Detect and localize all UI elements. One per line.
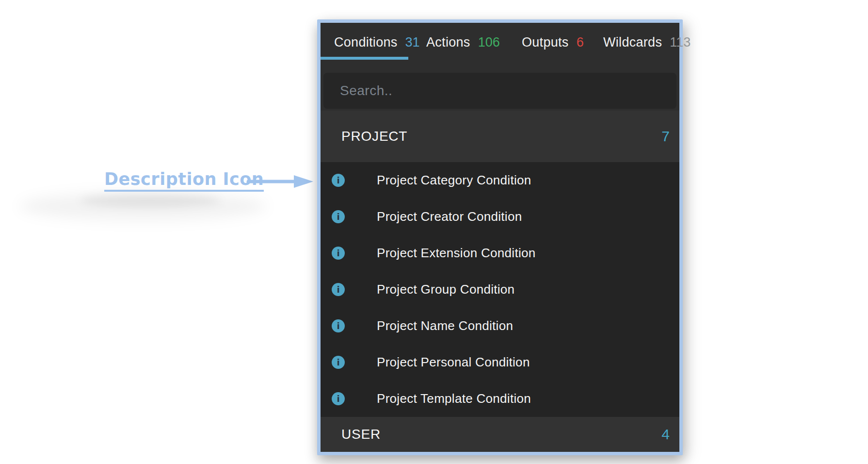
conditions-list: i Project Category Condition i Project C… — [321, 162, 679, 417]
group-count: 7 — [661, 128, 670, 145]
annotation-description-icon-label: Description Icon — [104, 170, 264, 192]
search-input[interactable] — [323, 73, 676, 109]
item-label: Project Personal Condition — [377, 355, 530, 370]
tab-wildcards[interactable]: Wildcards 113 — [603, 23, 691, 62]
rule-builder-panel: Conditions 31 Actions 106 Outputs 6 Wild… — [317, 19, 683, 455]
list-item-project-category-condition[interactable]: i Project Category Condition — [321, 162, 679, 199]
tab-conditions-label: Conditions — [334, 35, 398, 50]
item-label: Project Name Condition — [377, 318, 513, 333]
group-count: 4 — [661, 426, 670, 443]
screenshot-canvas: Description Icon Conditions 31 Actions 1… — [0, 0, 868, 464]
item-label: Project Template Condition — [377, 391, 531, 406]
info-icon[interactable]: i — [332, 247, 345, 260]
tab-bar: Conditions 31 Actions 106 Outputs 6 Wild… — [321, 23, 679, 62]
info-icon[interactable]: i — [332, 319, 345, 332]
right-arrow-icon — [246, 174, 314, 189]
group-name: USER — [341, 427, 381, 442]
item-label: Project Extension Condition — [377, 246, 536, 261]
list-item-project-extension-condition[interactable]: i Project Extension Condition — [321, 235, 679, 271]
tab-actions-label: Actions — [426, 35, 470, 50]
list-item-project-template-condition[interactable]: i Project Template Condition — [321, 381, 679, 417]
tab-wildcards-label: Wildcards — [603, 35, 662, 50]
info-icon[interactable]: i — [332, 174, 345, 187]
tab-conditions-count: 31 — [405, 35, 420, 50]
group-name: PROJECT — [341, 129, 407, 144]
search-section — [321, 62, 679, 111]
tab-actions[interactable]: Actions 106 — [426, 23, 500, 62]
item-label: Project Category Condition — [377, 173, 531, 188]
tab-outputs-label: Outputs — [522, 35, 569, 50]
group-header-user[interactable]: USER 4 — [321, 417, 679, 452]
info-icon[interactable]: i — [332, 283, 345, 296]
tab-outputs-count: 6 — [577, 35, 584, 50]
list-item-project-personal-condition[interactable]: i Project Personal Condition — [321, 344, 679, 381]
active-tab-indicator — [321, 57, 408, 60]
list-item-project-creator-condition[interactable]: i Project Creator Condition — [321, 199, 679, 235]
group-header-project[interactable]: PROJECT 7 — [321, 111, 679, 162]
info-icon[interactable]: i — [332, 356, 345, 369]
info-icon[interactable]: i — [332, 210, 345, 223]
item-label: Project Group Condition — [377, 282, 514, 297]
annotation-shadow-core — [80, 194, 221, 207]
tab-wildcards-count: 113 — [670, 35, 691, 50]
list-item-project-name-condition[interactable]: i Project Name Condition — [321, 308, 679, 344]
tab-actions-count: 106 — [478, 35, 500, 50]
tab-outputs[interactable]: Outputs 6 — [522, 23, 584, 62]
info-icon[interactable]: i — [332, 392, 345, 405]
list-item-project-group-condition[interactable]: i Project Group Condition — [321, 271, 679, 308]
tab-conditions[interactable]: Conditions 31 — [334, 23, 420, 62]
item-label: Project Creator Condition — [377, 209, 522, 224]
